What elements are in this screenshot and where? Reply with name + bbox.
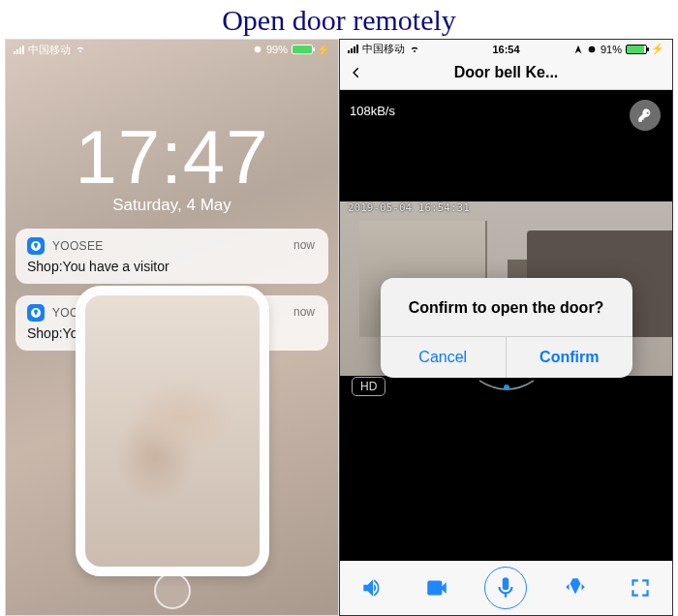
- doorbell-app-phone: 中国移动 16:54 91% ⚡ Door bell Ke... 108kB/s…: [339, 39, 673, 616]
- notification-body: Shop:You have a visitor: [27, 259, 317, 274]
- carrier-label: 中国移动: [28, 43, 71, 57]
- lock-clock: 17:47 Saturday, 4 May: [6, 113, 338, 215]
- battery-icon: [292, 45, 313, 54]
- charging-icon: ⚡: [317, 44, 330, 56]
- page-title: Open door remotely: [0, 0, 678, 39]
- confirm-button[interactable]: Confirm: [506, 337, 632, 378]
- home-button[interactable]: [154, 572, 191, 609]
- wifi-icon: [75, 45, 86, 54]
- alarm-icon: [253, 45, 262, 54]
- alert-dialog: Confirm to open the door? Cancel Confirm: [340, 40, 672, 615]
- lock-wallpaper-phone: [76, 286, 269, 576]
- notification[interactable]: YOOSEE now Shop:You have a visitor: [15, 229, 328, 284]
- app-icon: [27, 237, 45, 255]
- alert-title: Confirm to open the door?: [381, 278, 632, 336]
- notification-time: now: [293, 305, 315, 319]
- battery-percent: 99%: [266, 44, 288, 55]
- status-bar: 中国移动 99% ⚡: [6, 40, 338, 55]
- phone-side-by-side: 中国移动 99% ⚡ 17:47 Saturday, 4 May YOOSEE …: [0, 39, 678, 616]
- lock-date: Saturday, 4 May: [6, 196, 338, 215]
- app-icon: [27, 304, 45, 322]
- lock-time: 17:47: [6, 113, 338, 201]
- lock-screen-phone: 中国移动 99% ⚡ 17:47 Saturday, 4 May YOOSEE …: [5, 39, 339, 616]
- notification-time: now: [293, 238, 315, 252]
- notification-app: YOOSEE: [52, 239, 103, 253]
- signal-icon: [14, 46, 24, 54]
- cancel-button[interactable]: Cancel: [381, 337, 507, 378]
